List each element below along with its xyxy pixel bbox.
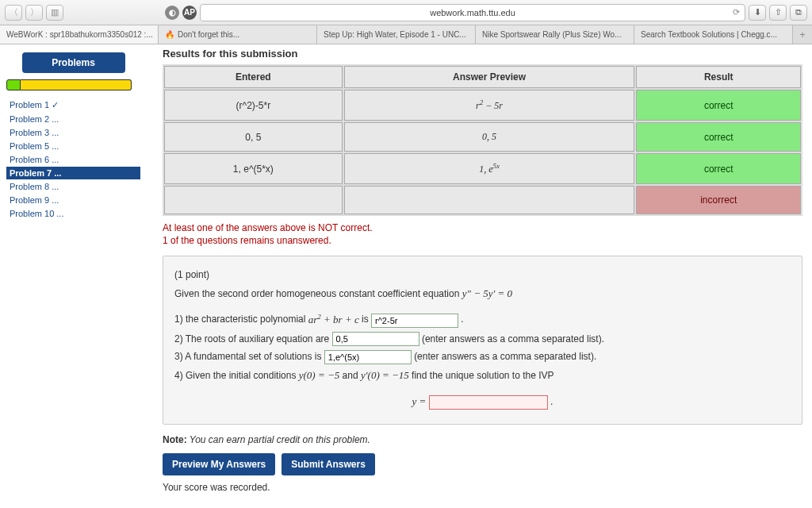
y-equals-row: y = . (174, 392, 791, 412)
progress-bar (6, 79, 140, 90)
sidebar-item-problem-5[interactable]: Problem 5 ... (6, 140, 140, 152)
answer-input-2[interactable] (332, 332, 419, 346)
back-button[interactable]: 〈 (5, 5, 22, 21)
col-entered: Entered (164, 66, 343, 88)
adblock-icon: AP (182, 6, 197, 20)
question-3: 3) A fundamental set of solutions is (en… (174, 348, 791, 366)
score-recorded: Your score was recorded. (163, 482, 802, 493)
problems-button[interactable]: Problems (22, 52, 125, 73)
table-row: 0, 5 0, 5 correct (164, 122, 801, 152)
sidebar-item-problem-9[interactable]: Problem 9 ... (6, 194, 140, 206)
sidebar-item-problem-10[interactable]: Problem 10 ... (6, 207, 140, 220)
preview-answers-button[interactable]: Preview My Answers (163, 453, 275, 475)
problem-body: (1 point) Given the second order homogen… (163, 256, 802, 425)
content: Results for this submission Entered Answ… (147, 44, 812, 508)
sidebar-item-problem-7[interactable]: Problem 7 ... (6, 167, 140, 179)
tabs-icon[interactable]: ⧉ (790, 5, 807, 21)
question-2: 2) The roots of auxiliary equation are (… (174, 330, 791, 348)
note-line: Note: You can earn partial credit on thi… (163, 434, 802, 445)
col-result: Result (636, 66, 801, 88)
answer-input-3[interactable] (324, 350, 412, 364)
tab-nike[interactable]: Nike Sportswear Rally (Plus Size) Wo... (476, 25, 634, 44)
sidebar-item-problem-8[interactable]: Problem 8 ... (6, 180, 140, 193)
download-icon[interactable]: ⬇ (749, 5, 766, 21)
tab-strip: WeBWorK : spr18bathukorm3350s012 :... 🔥D… (0, 25, 812, 44)
error-line-2: 1 of the questions remains unanswered. (163, 235, 802, 246)
forward-button[interactable]: 〉 (25, 5, 43, 21)
progress-remaining (21, 79, 132, 90)
table-row: (r^2)-5*r r2 − 5r correct (164, 90, 801, 121)
col-preview: Answer Preview (344, 66, 635, 88)
browser-toolbar: 〈 〉 ▥ ◐ AP webwork.math.ttu.edu ⟳ ⬇ ⇧ ⧉ (0, 0, 812, 25)
tab-step-up[interactable]: Step Up: High Water, Episode 1 - UNC... (317, 25, 476, 44)
share-icon[interactable]: ⇧ (769, 5, 787, 21)
table-row: incorrect (164, 186, 801, 214)
answer-input-1[interactable] (371, 314, 458, 328)
url-text: webwork.math.ttu.edu (430, 8, 515, 17)
prompt-line: Given the second order homogeneous const… (174, 284, 791, 304)
fire-icon: 🔥 (165, 30, 174, 39)
sidebar-item-problem-2[interactable]: Problem 2 ... (6, 113, 140, 125)
question-4: 4) Given the initial conditions y(0) = −… (174, 366, 791, 386)
tab-dont-forget[interactable]: 🔥Don't forget this... (159, 25, 317, 44)
tab-chegg[interactable]: Search Textbook Solutions | Chegg.c... (634, 25, 793, 44)
sidebar: Problems Problem 1 ✓ Problem 2 ... Probl… (0, 44, 147, 508)
sidebar-item-problem-3[interactable]: Problem 3 ... (6, 126, 140, 139)
submit-answers-button[interactable]: Submit Answers (282, 453, 375, 475)
progress-correct (6, 79, 21, 90)
reload-icon[interactable]: ⟳ (733, 7, 740, 17)
results-table: Entered Answer Preview Result (r^2)-5*r … (163, 64, 802, 216)
privacy-icon: ◐ (165, 6, 179, 20)
results-heading: Results for this submission (163, 48, 802, 60)
error-line-1: At least one of the answers above is NOT… (163, 222, 802, 233)
question-1: 1) the characteristic polynomial ar2 + b… (174, 310, 791, 329)
address-bar[interactable]: webwork.math.ttu.edu ⟳ (200, 4, 745, 21)
sidebar-toggle-button[interactable]: ▥ (46, 5, 63, 21)
points-label: (1 point) (174, 266, 791, 284)
tab-webwork[interactable]: WeBWorK : spr18bathukorm3350s012 :... (0, 25, 159, 44)
sidebar-item-problem-6[interactable]: Problem 6 ... (6, 153, 140, 166)
sidebar-item-problem-1[interactable]: Problem 1 ✓ (6, 98, 140, 112)
table-row: 1, e^(5*x) 1, e5x correct (164, 153, 801, 184)
new-tab-button[interactable]: + (793, 25, 812, 44)
answer-input-4[interactable] (429, 395, 548, 410)
